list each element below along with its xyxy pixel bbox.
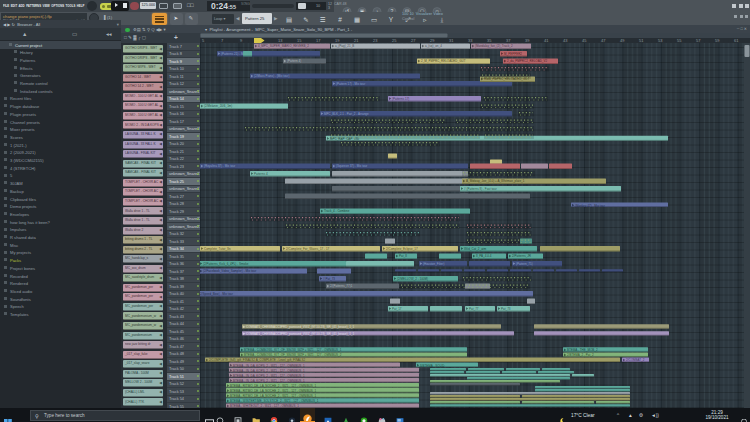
svg-text:▤: ▤ <box>286 16 292 23</box>
svg-text:Pat_8: Pat_8 <box>399 254 407 258</box>
svg-text:2/(Patterns_77)1: 2/(Patterns_77)1 <box>330 284 353 288</box>
svg-text:13: 13 <box>278 38 283 43</box>
svg-text:8_PA_4.0.4: 8_PA_4.0.4 <box>476 254 492 258</box>
svg-text:61: 61 <box>734 38 739 43</box>
svg-text:17: 17 <box>316 38 321 43</box>
svg-text:2/COMBAT_2: 2/COMBAT_2 <box>626 358 645 362</box>
svg-text:▦: ▦ <box>354 16 360 23</box>
svg-text:29: 29 <box>430 38 435 43</box>
svg-text:Patterns 4: Patterns 4 <box>254 172 268 176</box>
svg-text:21: 21 <box>354 38 359 43</box>
svg-text:Track_4 - Combine: Track_4 - Combine <box>324 209 350 213</box>
svg-text:COMBAT1_CHEWBACC3PRD_panissed_: COMBAT1_CHEWBACC3PRD_panissed_VWZ_(97.10… <box>246 332 354 336</box>
svg-text:BTEMA - THE_MOB_2: BTEMA - THE_MOB_2 <box>567 348 598 352</box>
svg-text:Complete_Tutor_Sn: Complete_Tutor_Sn <box>204 247 231 251</box>
svg-text:31: 31 <box>449 38 454 43</box>
svg-text:2_da_PMPRC2_RELOAD_V2: 2_da_PMPRC2_RELOAD_V2 <box>507 59 548 63</box>
svg-text:47: 47 <box>601 38 606 43</box>
svg-text:35: 35 <box>487 38 492 43</box>
svg-text:51: 51 <box>639 38 644 43</box>
svg-text:27: 27 <box>411 38 416 43</box>
svg-text:23: 23 <box>373 38 378 43</box>
svg-text:49: 49 <box>620 38 625 43</box>
svg-text:a_(sq)_on_4: a_(sq)_on_4 <box>425 44 442 48</box>
svg-text:COMBAT1_CHEWBACC3PRD_panissed_: COMBAT1_CHEWBACC3PRD_panissed_VWZ_(97.10… <box>246 325 354 329</box>
svg-text:8/BTEMA - SOLID: 8/BTEMA - SOLID <box>420 364 445 368</box>
svg-text:Y: Y <box>389 16 394 23</box>
svg-text:(2/Speed_Bow) - Mix tour: (2/Speed_Bow) - Mix tour <box>200 292 233 296</box>
svg-text:(Pattern 17) - Mix tour: (Pattern 17) - Mix tour <box>336 82 365 86</box>
svg-text:# (Patterns 8) - Fast tour: # (Patterns 8) - Fast tour <box>464 187 497 191</box>
svg-text:BTEMA - RITMO_DE_LA_NOCHE_2 -: BTEMA - RITMO_DE_LA_NOCHE_2 - WZ1 - 127 … <box>230 384 317 388</box>
svg-text:#: # <box>338 16 342 23</box>
svg-text:39: 39 <box>525 38 530 43</box>
svg-text:Pat_73: Pat_73 <box>501 307 511 311</box>
svg-text:✎: ✎ <box>303 16 308 23</box>
svg-text:BTEMA - IN_DA_KOPS_2 - WZ1 - 1: BTEMA - IN_DA_KOPS_2 - WZ1 - 127 - OMNIB… <box>233 374 305 378</box>
svg-text:41: 41 <box>544 38 549 43</box>
svg-text:(2/Facebook_Video_Sampler) - M: (2/Facebook_Video_Sampler) - Mix tour <box>203 269 256 273</box>
svg-text:2/Complete_For_Waves_17 - 17: 2/Complete_For_Waves_17 - 17 <box>286 247 330 251</box>
svg-text:25: 25 <box>392 38 397 43</box>
svg-text:(Patterns 17): (Patterns 17) <box>392 97 409 101</box>
svg-text:# Pat_73: # Pat_73 <box>323 277 335 281</box>
svg-text:(Houston_Filter): (Houston_Filter) <box>423 262 445 266</box>
svg-text:(Monkey 47) - Mix tour: (Monkey 47) - Mix tour <box>575 204 605 208</box>
svg-text:2_M_PMPRC_RELOADED_GUT: 2_M_PMPRC_RELOADED_GUT <box>421 59 466 63</box>
svg-text:BTEMA - COMBOWL_KIT_OF_SNOW_WZ: BTEMA - COMBOWL_KIT_OF_SNOW_WZF + WZ1 - … <box>244 348 342 352</box>
svg-text:43: 43 <box>563 38 568 43</box>
svg-text:57: 57 <box>696 38 701 43</box>
svg-text:2/Patterns_JR: 2/Patterns_JR <box>512 254 532 258</box>
svg-text:A_Midway_Joe_(4.0) + A_Whitman: A_Midway_Joe_(4.0) + A_Whitman_plate_1 <box>466 179 525 183</box>
svg-text:(Squeeze 37) - Mix tour: (Squeeze 37) - Mix tour <box>336 164 367 168</box>
svg-text:BTEMA - IN_DA_KOPS_2 - WZ1 - 1: BTEMA - IN_DA_KOPS_2 - WZ1 - 127 - OMNIB… <box>233 369 305 373</box>
svg-text:19: 19 <box>335 38 340 43</box>
svg-text:a_(Pag)_21_B: a_(Pag)_21_B <box>335 44 354 48</box>
svg-text:53: 53 <box>658 38 663 43</box>
svg-text:(2/MELLOW_2 - 100M): (2/MELLOW_2 - 100M) <box>397 277 428 281</box>
svg-text:☰: ☰ <box>320 16 326 23</box>
svg-text:37: 37 <box>506 38 511 43</box>
svg-text:M_PEPPER2: M_PEPPER2 <box>504 52 522 56</box>
svg-text:BTEMA - WINTERTIME_SOLSTICE_2: BTEMA - WINTERTIME_SOLSTICE_2 - WZ1 - 12… <box>230 399 319 403</box>
svg-text:MPC_BLK_2-1 - Part_2 - Arrange: MPC_BLK_2-1 - Part_2 - Arrange <box>324 112 369 116</box>
svg-text:2/BTEMA_2 - Pat_2: 2/BTEMA_2 - Pat_2 <box>567 353 594 357</box>
svg-text:BTEMA - IN_DA_KOPS_2 - WZ1 - 1: BTEMA - IN_DA_KOPS_2 - WZ1 - 127 - OMNIB… <box>233 379 305 383</box>
svg-text:(2/Patterns_Kick_6_4PL) - Smok: (2/Patterns_Kick_6_4PL) - Smoke <box>203 262 249 266</box>
svg-text:(2/Mass Piano) - (Mix tour): (2/Mass Piano) - (Mix tour) <box>254 74 290 78</box>
svg-text:15: 15 <box>297 38 302 43</box>
svg-text:BTEMA - RITMO_DE_LA_NOCHE_2 -: BTEMA - RITMO_DE_LA_NOCHE_2 - WZ1 - 127 … <box>230 389 317 393</box>
svg-text:(Pattern_75): (Pattern_75) <box>516 262 533 266</box>
svg-text:BTEMA - IN_DA_KOPS_2 - WZ1 - 1: BTEMA - IN_DA_KOPS_2 - WZ1 - 127 - OMNIB… <box>233 364 305 368</box>
svg-text:(Pattern 4): (Pattern 4) <box>287 59 301 63</box>
svg-text:33: 33 <box>468 38 473 43</box>
svg-text:Pat_77: Pat_77 <box>469 307 479 311</box>
svg-text:(Mandalay_fan_(2)_Track_2: (Mandalay_fan_(2)_Track_2 <box>475 44 513 48</box>
svg-text:4_MPC_SUPER_MARIO_REVERB_2: 4_MPC_SUPER_MARIO_REVERB_2 <box>258 44 309 48</box>
svg-text:BTEMA - RITMO_DE_LA_NOCHE_2 -: BTEMA - RITMO_DE_LA_NOCHE_2 - WZ1 - 127 … <box>230 394 317 398</box>
svg-text:2/COMPLETE_(full)_gift_FINALS2: 2/COMPLETE_(full)_gift_FINALS2 A_COMPLET… <box>209 358 306 362</box>
svg-text:(2/Melanin_20/6_1m): (2/Melanin_20/6_1m) <box>204 104 232 108</box>
svg-text:Wild_Cat_2_atm: Wild_Cat_2_atm <box>464 247 487 251</box>
svg-text:55: 55 <box>677 38 682 43</box>
svg-text:Pat_17: Pat_17 <box>392 307 402 311</box>
svg-text:▭: ▭ <box>371 16 377 23</box>
svg-text:2/Complete_Eclipse_17: 2/Complete_Eclipse_17 <box>386 247 418 251</box>
svg-text:(Royaltea 37) - Mix tour: (Royaltea 37) - Mix tour <box>204 164 235 168</box>
svg-text:BTEMA - COMBOWL_KIT_OF_SNOW_WZ: BTEMA - COMBOWL_KIT_OF_SNOW_WZF + WZ1 - … <box>244 353 342 357</box>
svg-text:45: 45 <box>582 38 587 43</box>
svg-text:59: 59 <box>715 38 720 43</box>
